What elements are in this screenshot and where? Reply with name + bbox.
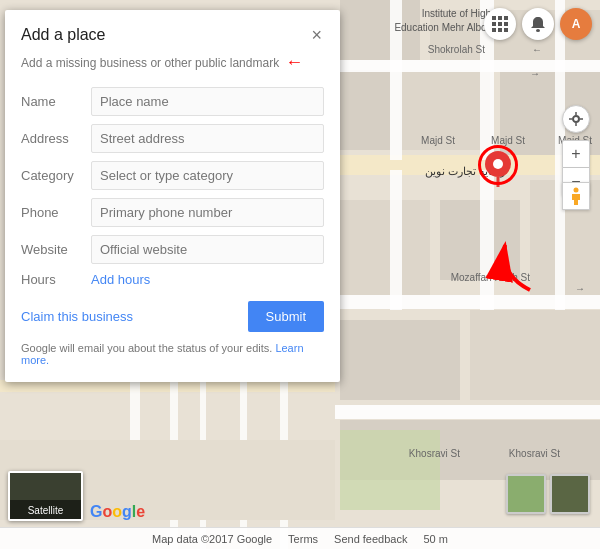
svg-rect-15: [335, 405, 600, 419]
category-input[interactable]: [91, 161, 324, 190]
address-input[interactable]: [91, 124, 324, 153]
svg-rect-35: [504, 16, 508, 20]
terrain-thumb[interactable]: [506, 474, 546, 514]
website-row: Website: [21, 235, 324, 264]
arrow-right-moz: →: [575, 283, 585, 294]
subtitle-arrow: ←: [285, 52, 303, 73]
street-label-top2: Education Mehr Alborz: [394, 22, 495, 33]
avatar[interactable]: A: [560, 8, 592, 40]
scale-text: 50 m: [423, 533, 447, 545]
svg-rect-10: [470, 310, 600, 400]
street-shokrolah: Shokrolah St: [428, 44, 485, 55]
apps-icon[interactable]: [484, 8, 516, 40]
svg-rect-39: [492, 28, 496, 32]
phone-label: Phone: [21, 205, 91, 220]
svg-point-48: [574, 188, 579, 193]
dialog-header: Add a place ×: [21, 26, 324, 44]
dialog-footer: Claim this business Submit: [21, 301, 324, 332]
svg-rect-41: [504, 28, 508, 32]
website-label: Website: [21, 242, 91, 257]
category-row: Category: [21, 161, 324, 190]
satellite-view-area[interactable]: Satellite: [8, 471, 83, 521]
svg-rect-17: [390, 170, 402, 310]
address-label: Address: [21, 131, 91, 146]
svg-rect-37: [498, 22, 502, 26]
name-label: Name: [21, 94, 91, 109]
address-row: Address: [21, 124, 324, 153]
phone-input[interactable]: [91, 198, 324, 227]
svg-rect-36: [492, 22, 496, 26]
svg-rect-6: [340, 200, 430, 300]
satellite-label: Satellite: [28, 505, 64, 516]
street-majd1: Majd St: [421, 135, 455, 146]
submit-button[interactable]: Submit: [248, 301, 324, 332]
copyright-text: Map data ©2017 Google: [152, 533, 272, 545]
notification-icon[interactable]: [522, 8, 554, 40]
phone-row: Phone: [21, 198, 324, 227]
hours-row: Hours Add hours: [21, 272, 324, 287]
marker-arrow: [480, 235, 540, 298]
svg-rect-38: [504, 22, 508, 26]
dialog-title: Add a place: [21, 26, 106, 44]
claim-business-link[interactable]: Claim this business: [21, 309, 133, 324]
add-place-dialog: Add a place × Add a missing business or …: [5, 10, 340, 382]
satellite-thumb[interactable]: [550, 474, 590, 514]
map-type-controls: [506, 474, 590, 514]
svg-rect-40: [498, 28, 502, 32]
svg-rect-34: [498, 16, 502, 20]
zoom-in-btn[interactable]: +: [562, 140, 590, 168]
google-logo-area: Google: [90, 503, 145, 521]
my-location-btn[interactable]: [562, 105, 590, 133]
add-hours-link[interactable]: Add hours: [91, 272, 150, 287]
terms-link[interactable]: Terms: [288, 533, 318, 545]
note-text: Google will email you about the status o…: [21, 342, 272, 354]
svg-rect-27: [340, 430, 440, 510]
pegman-btn[interactable]: [562, 182, 590, 210]
close-button[interactable]: ×: [309, 26, 324, 44]
website-input[interactable]: [91, 235, 324, 264]
svg-rect-9: [340, 320, 460, 400]
dialog-subtitle: Add a missing business or other public l…: [21, 52, 324, 73]
arrow-right-h: →: [530, 68, 540, 79]
google-note: Google will email you about the status o…: [21, 342, 324, 366]
name-input[interactable]: [91, 87, 324, 116]
map-marker: [483, 150, 513, 191]
hours-label: Hours: [21, 272, 91, 287]
subtitle-text: Add a missing business or other public l…: [21, 56, 279, 70]
svg-rect-33: [492, 16, 496, 20]
bottom-bar: Map data ©2017 Google Terms Send feedbac…: [0, 527, 600, 549]
arrow-left-h: ←: [532, 44, 542, 55]
category-label: Category: [21, 168, 91, 183]
street-khosravi1: Khosravi St: [409, 448, 460, 459]
svg-rect-42: [536, 29, 540, 32]
street-khosravi2: Khosravi St: [509, 448, 560, 459]
svg-point-43: [573, 116, 579, 122]
svg-rect-3: [340, 70, 390, 150]
top-icons-area: A: [484, 8, 592, 40]
name-row: Name: [21, 87, 324, 116]
feedback-link[interactable]: Send feedback: [334, 533, 407, 545]
